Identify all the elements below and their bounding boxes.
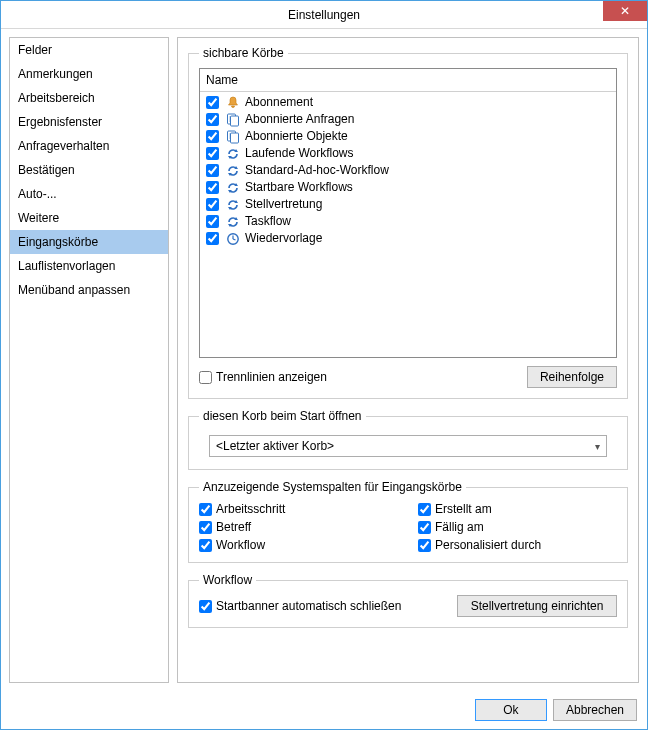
system-column-input[interactable] bbox=[418, 521, 431, 534]
system-column-label: Betreff bbox=[216, 520, 251, 534]
content-area: FelderAnmerkungenArbeitsbereichErgebnisf… bbox=[1, 29, 647, 691]
titlebar: Einstellungen ✕ bbox=[1, 1, 647, 29]
system-columns-grid: ArbeitsschrittErstellt amBetreffFällig a… bbox=[199, 502, 617, 552]
system-column-input[interactable] bbox=[418, 503, 431, 516]
workflow-group: Workflow Startbanner automatisch schließ… bbox=[188, 573, 628, 628]
basket-checkbox[interactable] bbox=[206, 147, 219, 160]
basket-label: Wiedervorlage bbox=[245, 230, 322, 247]
basket-checkbox[interactable] bbox=[206, 113, 219, 126]
list-item[interactable]: Laufende Workflows bbox=[204, 145, 612, 162]
close-icon: ✕ bbox=[620, 4, 630, 18]
basket-label: Standard-Ad-hoc-Workflow bbox=[245, 162, 389, 179]
sidebar-item[interactable]: Auto-... bbox=[10, 182, 168, 206]
system-column-label: Fällig am bbox=[435, 520, 484, 534]
system-column-input[interactable] bbox=[199, 539, 212, 552]
sidebar[interactable]: FelderAnmerkungenArbeitsbereichErgebnisf… bbox=[9, 37, 169, 683]
cycle-icon bbox=[225, 180, 241, 196]
system-column-checkbox[interactable]: Personalisiert durch bbox=[418, 538, 617, 552]
sidebar-item[interactable]: Arbeitsbereich bbox=[10, 86, 168, 110]
system-column-checkbox[interactable]: Arbeitsschritt bbox=[199, 502, 398, 516]
baskets-listbox[interactable]: Name AbonnementAbonnierte AnfragenAbonni… bbox=[199, 68, 617, 358]
list-item[interactable]: Abonnierte Anfragen bbox=[204, 111, 612, 128]
show-separators-checkbox[interactable]: Trennlinien anzeigen bbox=[199, 370, 327, 384]
delegate-button[interactable]: Stellvertretung einrichten bbox=[457, 595, 617, 617]
order-button[interactable]: Reihenfolge bbox=[527, 366, 617, 388]
sidebar-item[interactable]: Bestätigen bbox=[10, 158, 168, 182]
dialog-footer: Ok Abbrechen bbox=[1, 691, 647, 729]
settings-window: Einstellungen ✕ FelderAnmerkungenArbeits… bbox=[0, 0, 648, 730]
svg-rect-4 bbox=[231, 116, 239, 126]
basket-label: Laufende Workflows bbox=[245, 145, 354, 162]
sidebar-item[interactable]: Anmerkungen bbox=[10, 62, 168, 86]
auto-close-input[interactable] bbox=[199, 600, 212, 613]
basket-checkbox[interactable] bbox=[206, 164, 219, 177]
basket-checkbox[interactable] bbox=[206, 215, 219, 228]
list-item[interactable]: Standard-Ad-hoc-Workflow bbox=[204, 162, 612, 179]
cancel-button[interactable]: Abbrechen bbox=[553, 699, 637, 721]
system-column-label: Erstellt am bbox=[435, 502, 492, 516]
show-separators-input[interactable] bbox=[199, 371, 212, 384]
sidebar-item[interactable]: Ergebnisfenster bbox=[10, 110, 168, 134]
system-column-label: Arbeitsschritt bbox=[216, 502, 285, 516]
system-column-input[interactable] bbox=[199, 521, 212, 534]
list-item[interactable]: Abonnierte Objekte bbox=[204, 128, 612, 145]
baskets-list-header[interactable]: Name bbox=[200, 69, 616, 92]
system-column-label: Personalisiert durch bbox=[435, 538, 541, 552]
visible-baskets-legend: sichbare Körbe bbox=[199, 46, 288, 60]
auto-close-label: Startbanner automatisch schließen bbox=[216, 599, 401, 613]
visible-baskets-group: sichbare Körbe Name AbonnementAbonnierte… bbox=[188, 46, 628, 399]
list-item[interactable]: Wiedervorlage bbox=[204, 230, 612, 247]
basket-checkbox[interactable] bbox=[206, 198, 219, 211]
cycle-icon bbox=[225, 163, 241, 179]
system-column-checkbox[interactable]: Betreff bbox=[199, 520, 398, 534]
sidebar-item[interactable]: Felder bbox=[10, 38, 168, 62]
system-column-label: Workflow bbox=[216, 538, 265, 552]
sidebar-item[interactable]: Weitere bbox=[10, 206, 168, 230]
basket-label: Stellvertretung bbox=[245, 196, 322, 213]
sidebar-item[interactable]: Anfrageverhalten bbox=[10, 134, 168, 158]
list-item[interactable]: Abonnement bbox=[204, 94, 612, 111]
system-column-input[interactable] bbox=[418, 539, 431, 552]
auto-close-checkbox[interactable]: Startbanner automatisch schließen bbox=[199, 599, 401, 613]
list-item[interactable]: Taskflow bbox=[204, 213, 612, 230]
cycle-icon bbox=[225, 146, 241, 162]
open-basket-select[interactable]: <Letzter aktiver Korb> ▾ bbox=[209, 435, 607, 457]
basket-label: Startbare Workflows bbox=[245, 179, 353, 196]
system-column-checkbox[interactable]: Workflow bbox=[199, 538, 398, 552]
basket-label: Taskflow bbox=[245, 213, 291, 230]
ok-button[interactable]: Ok bbox=[475, 699, 547, 721]
sidebar-item[interactable]: Eingangskörbe bbox=[10, 230, 168, 254]
sidebar-item[interactable]: Menüband anpassen bbox=[10, 278, 168, 302]
basket-checkbox[interactable] bbox=[206, 96, 219, 109]
main-panel: sichbare Körbe Name AbonnementAbonnierte… bbox=[177, 37, 639, 683]
baskets-list-body: AbonnementAbonnierte AnfragenAbonnierte … bbox=[200, 92, 616, 357]
open-basket-legend: diesen Korb beim Start öffnen bbox=[199, 409, 366, 423]
sidebar-item[interactable]: Lauflistenvorlagen bbox=[10, 254, 168, 278]
open-basket-value: <Letzter aktiver Korb> bbox=[216, 439, 334, 453]
basket-checkbox[interactable] bbox=[206, 181, 219, 194]
doclist-icon bbox=[225, 129, 241, 145]
doclist-icon bbox=[225, 112, 241, 128]
close-button[interactable]: ✕ bbox=[603, 1, 647, 21]
basket-label: Abonnierte Anfragen bbox=[245, 111, 354, 128]
show-separators-label: Trennlinien anzeigen bbox=[216, 370, 327, 384]
clock-icon bbox=[225, 231, 241, 247]
list-item[interactable]: Stellvertretung bbox=[204, 196, 612, 213]
basket-checkbox[interactable] bbox=[206, 232, 219, 245]
list-item[interactable]: Startbare Workflows bbox=[204, 179, 612, 196]
svg-rect-9 bbox=[231, 133, 239, 143]
system-column-input[interactable] bbox=[199, 503, 212, 516]
system-columns-group: Anzuzeigende Systemspalten für Eingangsk… bbox=[188, 480, 628, 563]
basket-checkbox[interactable] bbox=[206, 130, 219, 143]
basket-label: Abonnierte Objekte bbox=[245, 128, 348, 145]
system-column-checkbox[interactable]: Fällig am bbox=[418, 520, 617, 534]
cycle-icon bbox=[225, 214, 241, 230]
cycle-icon bbox=[225, 197, 241, 213]
bell-icon bbox=[225, 95, 241, 111]
chevron-down-icon: ▾ bbox=[595, 441, 600, 452]
window-title: Einstellungen bbox=[288, 8, 360, 22]
system-columns-legend: Anzuzeigende Systemspalten für Eingangsk… bbox=[199, 480, 466, 494]
system-column-checkbox[interactable]: Erstellt am bbox=[418, 502, 617, 516]
open-basket-group: diesen Korb beim Start öffnen <Letzter a… bbox=[188, 409, 628, 470]
basket-label: Abonnement bbox=[245, 94, 313, 111]
